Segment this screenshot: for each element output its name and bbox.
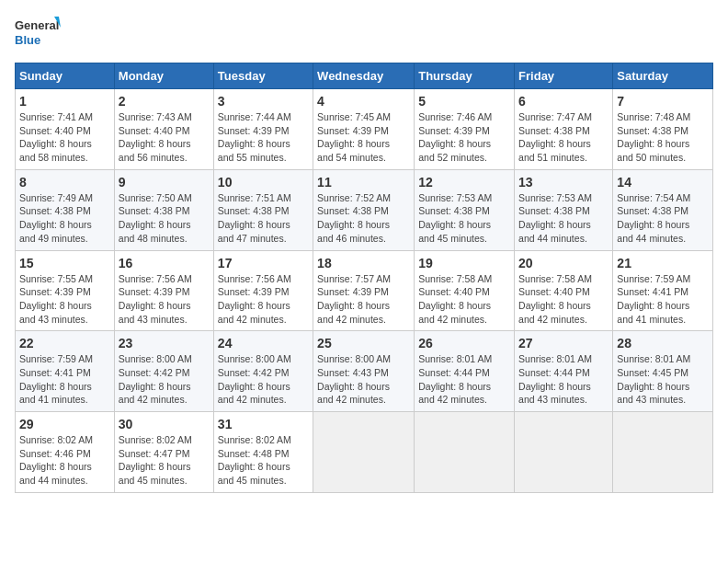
calendar-cell: 3Sunrise: 7:44 AMSunset: 4:39 PMDaylight… [213,89,313,170]
calendar-cell: 22Sunrise: 7:59 AMSunset: 4:41 PMDayligh… [16,331,115,412]
calendar-cell: 31Sunrise: 8:02 AMSunset: 4:48 PMDayligh… [213,412,313,493]
calendar-cell: 16Sunrise: 7:56 AMSunset: 4:39 PMDayligh… [114,250,213,331]
day-info: Sunrise: 7:53 AMSunset: 4:38 PMDaylight:… [418,191,510,246]
day-info: Sunrise: 7:56 AMSunset: 4:39 PMDaylight:… [119,272,210,327]
day-info: Sunrise: 7:46 AMSunset: 4:39 PMDaylight:… [418,110,510,165]
calendar-cell: 1Sunrise: 7:41 AMSunset: 4:40 PMDaylight… [16,89,115,170]
day-info: Sunrise: 8:02 AMSunset: 4:48 PMDaylight:… [218,433,309,488]
day-number: 8 [19,175,110,190]
day-number: 2 [119,94,210,109]
day-info: Sunrise: 7:51 AMSunset: 4:38 PMDaylight:… [218,191,309,246]
day-info: Sunrise: 7:58 AMSunset: 4:40 PMDaylight:… [418,272,510,327]
calendar-cell: 17Sunrise: 7:56 AMSunset: 4:39 PMDayligh… [213,250,313,331]
calendar-cell: 26Sunrise: 8:01 AMSunset: 4:44 PMDayligh… [415,331,515,412]
calendar-cell: 18Sunrise: 7:57 AMSunset: 4:39 PMDayligh… [313,250,415,331]
day-number: 13 [518,175,609,190]
weekday-header-cell: Sunday [16,63,115,89]
calendar-cell: 8Sunrise: 7:49 AMSunset: 4:38 PMDaylight… [16,169,115,250]
calendar-cell: 11Sunrise: 7:52 AMSunset: 4:38 PMDayligh… [313,169,415,250]
calendar-cell: 30Sunrise: 8:02 AMSunset: 4:47 PMDayligh… [114,412,213,493]
weekday-header-cell: Thursday [415,63,515,89]
day-info: Sunrise: 7:44 AMSunset: 4:39 PMDaylight:… [218,110,309,165]
svg-text:General: General [15,18,59,32]
day-info: Sunrise: 7:45 AMSunset: 4:39 PMDaylight:… [317,110,410,165]
day-number: 14 [617,175,709,190]
logo: General Blue [15,15,61,53]
day-number: 15 [19,256,110,270]
day-number: 23 [119,336,210,350]
weekday-header-cell: Monday [114,63,213,89]
calendar-cell: 14Sunrise: 7:54 AMSunset: 4:38 PMDayligh… [613,169,713,250]
calendar-cell: 5Sunrise: 7:46 AMSunset: 4:39 PMDaylight… [415,89,515,170]
weekday-header-cell: Saturday [613,63,713,89]
day-number: 20 [518,256,609,270]
day-number: 29 [19,417,110,431]
day-number: 11 [317,175,410,190]
weekday-header-cell: Friday [515,63,613,89]
day-info: Sunrise: 7:53 AMSunset: 4:38 PMDaylight:… [518,191,609,246]
calendar-cell: 6Sunrise: 7:47 AMSunset: 4:38 PMDaylight… [515,89,613,170]
calendar-cell: 24Sunrise: 8:00 AMSunset: 4:42 PMDayligh… [213,331,313,412]
calendar-cell: 23Sunrise: 8:00 AMSunset: 4:42 PMDayligh… [114,331,213,412]
day-info: Sunrise: 7:59 AMSunset: 4:41 PMDaylight:… [19,352,110,407]
day-info: Sunrise: 7:58 AMSunset: 4:40 PMDaylight:… [518,272,609,327]
weekday-header-row: SundayMondayTuesdayWednesdayThursdayFrid… [16,63,713,89]
weekday-header-cell: Tuesday [213,63,313,89]
calendar-row: 29Sunrise: 8:02 AMSunset: 4:46 PMDayligh… [16,412,713,493]
day-number: 10 [218,175,309,190]
calendar-row: 1Sunrise: 7:41 AMSunset: 4:40 PMDaylight… [16,89,713,170]
day-number: 12 [418,175,510,190]
calendar-cell: 21Sunrise: 7:59 AMSunset: 4:41 PMDayligh… [613,250,713,331]
day-number: 18 [317,256,410,270]
day-info: Sunrise: 8:01 AMSunset: 4:44 PMDaylight:… [518,352,609,407]
day-number: 31 [218,417,309,431]
calendar-cell: 19Sunrise: 7:58 AMSunset: 4:40 PMDayligh… [415,250,515,331]
day-info: Sunrise: 8:01 AMSunset: 4:45 PMDaylight:… [617,352,709,407]
day-number: 19 [418,256,510,270]
day-number: 17 [218,256,309,270]
calendar-body: 1Sunrise: 7:41 AMSunset: 4:40 PMDaylight… [16,89,713,493]
day-info: Sunrise: 7:57 AMSunset: 4:39 PMDaylight:… [317,272,410,327]
day-info: Sunrise: 7:47 AMSunset: 4:38 PMDaylight:… [518,110,609,165]
day-info: Sunrise: 7:41 AMSunset: 4:40 PMDaylight:… [19,110,110,165]
day-info: Sunrise: 7:52 AMSunset: 4:38 PMDaylight:… [317,191,410,246]
day-info: Sunrise: 8:01 AMSunset: 4:44 PMDaylight:… [418,352,510,407]
calendar-cell: 12Sunrise: 7:53 AMSunset: 4:38 PMDayligh… [415,169,515,250]
day-info: Sunrise: 8:02 AMSunset: 4:46 PMDaylight:… [19,433,110,488]
day-number: 4 [317,94,410,109]
logo-svg: General Blue [15,15,61,53]
day-info: Sunrise: 8:00 AMSunset: 4:42 PMDaylight:… [218,352,309,407]
svg-text:Blue: Blue [15,33,40,47]
day-info: Sunrise: 8:02 AMSunset: 4:47 PMDaylight:… [119,433,210,488]
day-info: Sunrise: 7:43 AMSunset: 4:40 PMDaylight:… [119,110,210,165]
day-number: 24 [218,336,309,350]
day-info: Sunrise: 7:48 AMSunset: 4:38 PMDaylight:… [617,110,709,165]
calendar-row: 15Sunrise: 7:55 AMSunset: 4:39 PMDayligh… [16,250,713,331]
day-info: Sunrise: 8:00 AMSunset: 4:42 PMDaylight:… [119,352,210,407]
calendar-cell: 13Sunrise: 7:53 AMSunset: 4:38 PMDayligh… [515,169,613,250]
day-number: 30 [119,417,210,431]
day-info: Sunrise: 7:55 AMSunset: 4:39 PMDaylight:… [19,272,110,327]
calendar-cell: 9Sunrise: 7:50 AMSunset: 4:38 PMDaylight… [114,169,213,250]
header: General Blue [15,15,713,53]
calendar-cell: 25Sunrise: 8:00 AMSunset: 4:43 PMDayligh… [313,331,415,412]
calendar-cell [613,412,713,493]
calendar-cell [515,412,613,493]
calendar-cell: 10Sunrise: 7:51 AMSunset: 4:38 PMDayligh… [213,169,313,250]
calendar-row: 22Sunrise: 7:59 AMSunset: 4:41 PMDayligh… [16,331,713,412]
day-number: 25 [317,336,410,350]
calendar-row: 8Sunrise: 7:49 AMSunset: 4:38 PMDaylight… [16,169,713,250]
day-number: 1 [19,94,110,109]
day-number: 6 [518,94,609,109]
day-number: 9 [119,175,210,190]
calendar-table: SundayMondayTuesdayWednesdayThursdayFrid… [15,63,713,493]
day-number: 16 [119,256,210,270]
day-info: Sunrise: 7:50 AMSunset: 4:38 PMDaylight:… [119,191,210,246]
weekday-header-cell: Wednesday [313,63,415,89]
calendar-cell: 27Sunrise: 8:01 AMSunset: 4:44 PMDayligh… [515,331,613,412]
day-number: 3 [218,94,309,109]
day-number: 26 [418,336,510,350]
day-info: Sunrise: 7:54 AMSunset: 4:38 PMDaylight:… [617,191,709,246]
calendar-cell: 7Sunrise: 7:48 AMSunset: 4:38 PMDaylight… [613,89,713,170]
calendar-cell: 20Sunrise: 7:58 AMSunset: 4:40 PMDayligh… [515,250,613,331]
